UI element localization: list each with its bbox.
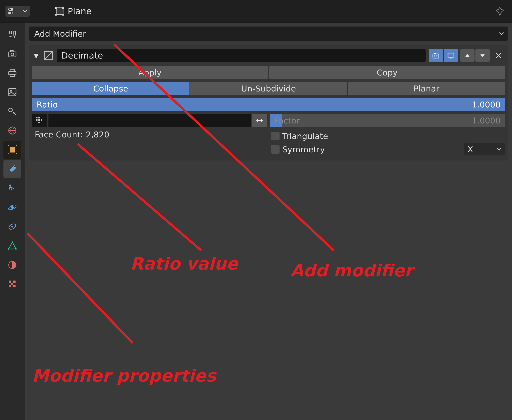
svg-point-26 [11,226,13,227]
svg-point-3 [11,12,13,14]
pin-icon [495,6,505,16]
svg-rect-41 [36,117,37,119]
triangle-down-icon [480,52,485,59]
mode-unsubdivide[interactable]: Un-Subdivide [190,82,348,95]
tab-modifiers[interactable] [3,160,21,178]
factor-label: Factor [275,116,472,125]
triangle-up-icon [464,52,470,59]
mode-label: Collapse [93,84,128,93]
svg-rect-5 [55,7,57,9]
tab-material[interactable] [3,256,21,274]
svg-rect-42 [38,117,40,119]
tab-view-layer[interactable] [3,83,21,101]
tab-data-mesh[interactable] [3,237,21,255]
modifier-move-down[interactable] [475,49,490,62]
modifier-move-up[interactable] [460,49,475,62]
svg-rect-35 [13,285,15,287]
symmetry-checkbox[interactable] [271,145,280,154]
properties-header: Plane [0,0,512,23]
add-modifier-dropdown[interactable]: Add Modifier [29,27,508,41]
svg-rect-46 [38,122,40,123]
close-icon [495,52,502,59]
svg-rect-33 [11,283,13,285]
vertex-group-invert[interactable] [252,114,267,127]
svg-point-17 [9,108,12,112]
svg-point-27 [12,241,13,243]
material-sphere-icon [7,260,17,270]
toggle-render-visibility[interactable] [429,49,443,62]
modifier-content: Add Modifier ▼ [25,23,512,420]
apply-button[interactable]: Apply [32,66,268,79]
tab-output[interactable] [3,64,21,82]
camera-icon [432,52,440,60]
svg-rect-4 [56,8,63,15]
breadcrumb[interactable]: Plane [55,6,91,16]
editor-type-icon [8,7,21,15]
tab-tool[interactable] [3,26,21,44]
object-name: Plane [68,6,91,16]
triangulate-checkbox[interactable] [271,132,280,140]
svg-rect-32 [13,281,15,283]
add-modifier-label: Add Modifier [34,29,86,38]
tab-object[interactable] [3,141,21,159]
svg-rect-40 [448,53,454,57]
copy-label: Copy [377,68,398,77]
svg-rect-20 [10,147,15,152]
svg-rect-7 [55,14,57,15]
texture-checker-icon [7,279,17,289]
output-printer-icon [7,68,17,78]
ratio-label: Ratio [37,100,472,109]
tab-world[interactable] [3,122,21,139]
tab-texture[interactable] [3,275,21,293]
vertex-group-icon-slot [32,114,47,127]
mode-label: Planar [414,84,439,93]
chevron-down-icon [497,147,502,152]
tab-physics[interactable] [3,198,21,216]
panel-disclose[interactable]: ▼ [32,52,40,60]
tab-particles[interactable] [3,179,21,197]
viewlayer-image-icon [7,87,17,97]
editor-type-selector[interactable] [6,6,30,17]
render-camera-icon [7,49,17,59]
mode-planar[interactable]: Planar [348,82,505,95]
svg-rect-34 [9,285,11,287]
svg-point-23 [11,206,14,209]
mode-collapse[interactable]: Collapse [32,82,189,95]
toggle-viewport-visibility[interactable] [444,49,458,62]
mesh-triangle-icon [7,241,17,251]
svg-rect-6 [62,7,64,9]
chevron-down-icon [499,31,504,36]
apply-label: Apply [138,68,162,77]
modifier-name-input[interactable]: Decimate [57,49,426,62]
pin-button[interactable] [495,6,505,16]
scene-icon [7,106,17,116]
modifier-name: Decimate [61,51,103,60]
modifier-remove[interactable] [492,49,505,62]
svg-point-2 [9,8,11,10]
factor-value: 1.0000 [472,116,501,125]
tab-scene[interactable] [3,102,21,120]
face-count: Face Count: 2,820 [32,127,267,140]
copy-button[interactable]: Copy [269,66,505,79]
modifier-panel-header: ▼ Decimate [32,48,505,63]
tab-render[interactable] [3,45,21,63]
ratio-value: 1.0000 [472,100,501,109]
ratio-slider[interactable]: Ratio 1.0000 [32,98,505,111]
svg-rect-10 [10,51,13,52]
monitor-icon [447,52,455,60]
svg-rect-44 [38,119,40,121]
symmetry-axis: X [468,145,473,154]
svg-point-18 [14,112,15,114]
symmetry-axis-dropdown[interactable]: X [464,143,505,155]
svg-rect-39 [434,53,436,54]
factor-slider[interactable]: Factor 1.0000 [270,114,505,127]
svg-point-38 [435,55,437,57]
svg-point-21 [14,165,16,167]
tab-constraints[interactable] [3,218,21,235]
vertex-group-input[interactable] [48,114,251,127]
chevron-down-icon [22,9,27,14]
wrench-icon [7,164,17,174]
svg-point-28 [15,248,17,250]
world-globe-icon [7,126,17,135]
object-square-icon [7,145,17,155]
